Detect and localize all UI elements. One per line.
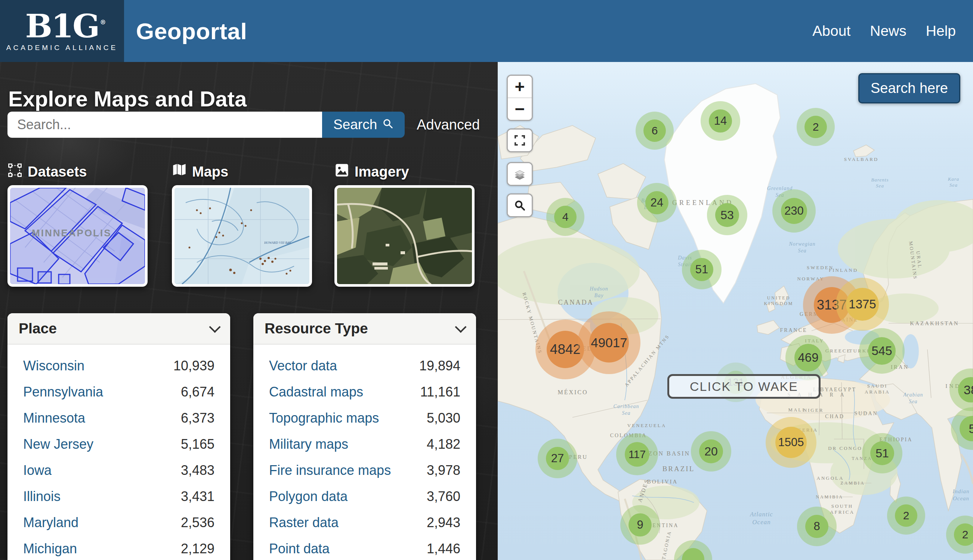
search-input[interactable] (7, 112, 322, 138)
map-cluster[interactable]: 1375 (846, 288, 879, 321)
resource-type-facet-title: Resource Type (264, 320, 368, 337)
imagery-label: Imagery (354, 164, 409, 180)
b1g-logo[interactable]: B1G® ACADEMIC ALLIANCE (0, 0, 124, 62)
datasets-label: Datasets (28, 164, 87, 180)
map-cluster[interactable]: 2 (804, 116, 827, 138)
click-to-wake-overlay[interactable]: CLICK TO WAKE (667, 374, 821, 399)
resource-type-facet-header[interactable]: Resource Type (253, 313, 476, 345)
resource-type-link[interactable]: Military maps (269, 437, 348, 452)
map-cluster[interactable]: 4 (554, 206, 577, 228)
resource-type-link[interactable]: Vector data (269, 358, 337, 374)
resource-type-link[interactable]: Raster data (269, 515, 339, 530)
map-cluster[interactable]: 8 (805, 515, 828, 538)
imagery-header[interactable]: Imagery (334, 162, 475, 182)
map-cluster[interactable]: 230 (781, 198, 807, 224)
page-title: Explore Maps and Data (8, 86, 247, 111)
map-cluster[interactable]: 14 (709, 109, 732, 133)
fullscreen-control (507, 128, 533, 152)
place-count: 3,431 (181, 489, 214, 504)
map-cluster[interactable]: 469 (794, 344, 822, 372)
explore-panel: Explore Maps and Data Search Advanced (0, 62, 498, 560)
maps-label: Maps (192, 164, 228, 180)
resource-type-row: Vector data19,894 (269, 358, 460, 374)
map-cluster[interactable]: 53 (715, 203, 739, 227)
image-icon (334, 163, 349, 181)
resource-type-count: 3,760 (427, 489, 460, 504)
facet-panel-resource-type: Resource Type Vector data19,894Cadastral… (253, 313, 476, 560)
maps-header[interactable]: Maps (172, 162, 312, 182)
nav-link-news[interactable]: News (870, 23, 906, 39)
layers-button[interactable] (508, 163, 532, 185)
navbar-links: AboutNewsHelp (813, 23, 956, 39)
resource-type-count: 4,182 (427, 437, 460, 452)
app-title[interactable]: Geoportal (136, 18, 247, 45)
layers-icon (513, 164, 527, 184)
resource-type-link[interactable]: Topographic maps (269, 410, 379, 426)
place-link[interactable]: Minnesota (23, 410, 85, 426)
resource-type-count: 11,161 (420, 384, 460, 400)
search-icon (382, 117, 393, 133)
chevron-down-icon (209, 321, 221, 333)
place-count: 10,939 (173, 358, 214, 374)
map-cluster[interactable]: 51 (690, 258, 713, 281)
place-link[interactable]: Iowa (23, 463, 52, 478)
map-cluster[interactable]: 51 (870, 441, 894, 465)
map-cluster[interactable]: 117 (625, 442, 649, 467)
place-link[interactable]: Illinois (23, 489, 60, 504)
resource-type-link[interactable]: Point data (269, 541, 329, 557)
map-controls: + − (507, 75, 533, 121)
category-maps: Maps (172, 162, 312, 287)
map-cluster[interactable]: 6 (644, 120, 666, 142)
nav-link-help[interactable]: Help (926, 23, 956, 39)
maps-thumbnail[interactable]: HOWARD VIII BAY (172, 185, 312, 287)
resource-type-row: Topographic maps5,030 (269, 410, 460, 426)
fullscreen-button[interactable] (508, 130, 532, 151)
resource-type-link[interactable]: Cadastral maps (269, 384, 363, 400)
resource-type-row: Cadastral maps11,161 (269, 384, 460, 400)
map-cluster[interactable]: 1505 (775, 427, 807, 458)
map-cluster[interactable]: 9 (629, 513, 652, 537)
search-here-button[interactable]: Search here (858, 73, 960, 103)
map-cluster[interactable]: 545 (868, 337, 896, 365)
resource-type-row: Polygon data3,760 (269, 489, 460, 504)
nav-link-about[interactable]: About (813, 23, 851, 39)
top-navbar: B1G® ACADEMIC ALLIANCE Geoportal AboutNe… (0, 0, 973, 62)
map-region[interactable]: CANADAUNITED STATESMÉXICOCaribbean SeaCO… (498, 62, 973, 560)
svg-text:MINNEAPOLIS: MINNEAPOLIS (32, 227, 112, 238)
place-link[interactable]: Maryland (23, 515, 79, 530)
zoom-out-button[interactable]: − (508, 98, 532, 120)
map-cluster[interactable]: 20 (699, 439, 723, 463)
search-button[interactable]: Search (322, 112, 405, 138)
resource-type-link[interactable]: Fire insurance maps (269, 463, 391, 478)
zoom-in-button[interactable]: + (508, 76, 532, 97)
b1g-logo-subtitle: ACADEMIC ALLIANCE (7, 44, 118, 52)
zoom-control-group: + − (507, 75, 533, 121)
place-facet-list: Wisconsin10,939Pennsylvania6,674Minnesot… (7, 345, 230, 560)
advanced-search-link[interactable]: Advanced (416, 117, 480, 133)
folded-map-icon (172, 163, 187, 181)
map-cluster[interactable]: 27 (546, 447, 569, 470)
map-cluster[interactable]: 24 (645, 191, 669, 214)
place-facet-header[interactable]: Place (7, 313, 230, 345)
place-link[interactable]: Michigan (23, 541, 77, 557)
layers-control (507, 162, 533, 186)
map-search-button[interactable] (508, 195, 532, 216)
place-link[interactable]: Pennsylvania (23, 384, 103, 400)
resource-type-link[interactable]: Polygon data (269, 489, 348, 504)
map-cluster[interactable]: 2 (954, 523, 973, 546)
imagery-thumbnail[interactable] (334, 185, 475, 287)
map-cluster[interactable]: 49017 (589, 323, 629, 363)
map-cluster[interactable]: 4842 (547, 331, 584, 368)
place-facet-title: Place (19, 320, 57, 337)
datasets-header[interactable]: Datasets (7, 162, 147, 182)
datasets-thumbnail[interactable]: MINNEAPOLIS (7, 185, 147, 287)
map-cluster[interactable]: 2 (895, 504, 917, 527)
place-link[interactable]: New Jersey (23, 437, 94, 452)
map-cluster[interactable]: 3137 (814, 287, 850, 323)
place-link[interactable]: Wisconsin (23, 358, 84, 374)
resource-type-row: Military maps4,182 (269, 437, 460, 452)
vector-dataset-icon (7, 163, 22, 181)
category-datasets: Datasets (7, 162, 147, 287)
place-count: 5,165 (181, 437, 214, 452)
place-row: Maryland2,536 (23, 515, 214, 530)
